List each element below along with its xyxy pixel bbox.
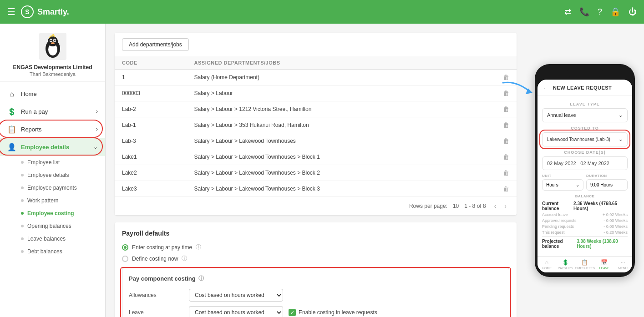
chevron-right-icon-reports: › — [96, 126, 98, 132]
phone-nav-timesheets[interactable]: 📋 TIMESHEETS — [575, 259, 595, 270]
phone-nav-home[interactable]: ⌂ HOME — [538, 259, 556, 270]
sidebar-item-run-a-pay[interactable]: 💲 Run a pay › — [0, 103, 105, 121]
pending-row: Pending requests - 0.00 Weeks — [542, 224, 628, 229]
radio-enter-costing[interactable] — [122, 244, 128, 251]
employee-sub-menu: Employee list Employee details Employee … — [0, 156, 105, 258]
table-row: 1 Salary (Home Department) 🗑 — [115, 70, 517, 86]
rows-per-page-label: Rows per page: — [409, 203, 447, 209]
phone-panel: ← NEW LEAVE REQUEST LEAVE TYPE Annual le… — [526, 24, 644, 317]
enable-costing-checkbox[interactable]: ✓ — [289, 309, 296, 316]
dot-icon-7 — [21, 237, 24, 240]
profile-section: ENGAS Developments Limited Thari Bakmeed… — [0, 24, 105, 82]
arrow-svg — [498, 78, 535, 106]
choose-dates-label: CHOOSE DATE(S) — [542, 150, 628, 155]
sidebar-item-debt-balances[interactable]: Debt balances — [21, 245, 105, 258]
chevron-down-icon: ⌄ — [93, 144, 98, 150]
svg-point-7 — [50, 40, 52, 41]
reports-icon: 📋 — [7, 125, 16, 134]
phone-icon[interactable]: 📞 — [579, 7, 589, 17]
costed-to-label: COSTED TO — [542, 126, 628, 131]
sidebar-item-employee-list[interactable]: Employee list — [21, 156, 105, 169]
date-range-row[interactable]: 02 May 2022 - 02 May 2022 — [542, 156, 628, 170]
sidebar-item-home[interactable]: ⌂ Home — [0, 86, 105, 103]
approved-row: Approved requests - 0.00 Weeks — [542, 218, 628, 223]
phone-payslips-icon: 💲 — [562, 259, 569, 266]
add-departments-button[interactable]: Add departments/jobs — [122, 38, 189, 51]
dept-col-header: ASSIGNED DEPARTMENTS/JOBS — [187, 56, 496, 70]
delete-icon[interactable]: 🗑 — [503, 106, 509, 113]
sidebar-item-employee-details-sub[interactable]: Employee details — [21, 169, 105, 181]
delete-cell: 🗑 — [496, 149, 517, 165]
delete-icon[interactable]: 🗑 — [503, 121, 509, 129]
prev-page-button[interactable]: ‹ — [492, 201, 499, 211]
delete-icon[interactable]: 🗑 — [503, 185, 509, 192]
sidebar-item-employee-details[interactable]: 👤 Employee details ⌄ — [0, 138, 105, 156]
unit-select[interactable]: Hours ⌄ — [542, 179, 583, 191]
next-page-button[interactable]: › — [502, 201, 509, 211]
accrued-row: Accrued leave + 0.92 Weeks — [542, 212, 628, 217]
delete-icon[interactable]: 🗑 — [503, 169, 509, 176]
delete-cell: 🗑 — [496, 181, 517, 197]
lock-icon[interactable]: 🔒 — [610, 7, 620, 17]
dept-cell: Salary > Labour > 353 Hukanui Road, Hami… — [187, 117, 496, 133]
info-icon-1[interactable]: ⓘ — [196, 243, 201, 251]
sidebar-item-employee-costing[interactable]: Employee costing — [21, 207, 105, 220]
allowances-row: Allowances Cost based on hours worked — [129, 289, 502, 302]
phone-screen: ← NEW LEAVE REQUEST LEAVE TYPE Annual le… — [538, 80, 632, 272]
divider — [542, 236, 628, 237]
phone-back-button[interactable]: ← — [543, 84, 549, 91]
phone-nav-leave[interactable]: 📅 LEAVE — [595, 259, 614, 270]
leave-type-select[interactable]: Annual leave ⌄ — [542, 108, 628, 122]
delete-icon[interactable]: 🗑 — [503, 153, 509, 161]
svg-point-9 — [51, 42, 55, 44]
dot-icon-2 — [21, 174, 24, 176]
code-cell: 000003 — [115, 86, 187, 101]
code-cell: 1 — [115, 70, 187, 86]
help-icon[interactable]: ? — [598, 7, 602, 17]
payroll-defaults-title: Payroll defaults — [115, 222, 517, 242]
phone-body: LEAVE TYPE Annual leave ⌄ COSTED TO Lake… — [538, 96, 632, 256]
dept-cell: Salary > Labour > Lakewood Townhouses — [187, 133, 496, 149]
sidebar-item-employee-payments[interactable]: Employee payments — [21, 181, 105, 194]
hamburger-menu[interactable]: ☰ — [7, 6, 15, 17]
costed-to-select[interactable]: Lakewood Townhouses (Lab-3) ⌄ — [542, 132, 628, 146]
table-row: 000003 Salary > Labour 🗑 — [115, 86, 517, 101]
dept-cell: Salary > Labour > 1212 Victoria Street, … — [187, 101, 496, 117]
pay-component-container: Pay component costing ⓘ Allowances Cost … — [115, 268, 517, 317]
company-name: ENGAS Developments Limited — [13, 64, 92, 71]
balance-section: BALANCE Current balance 2.36 Weeks (4768… — [542, 194, 628, 249]
allowances-select[interactable]: Cost based on hours worked — [189, 289, 283, 302]
delete-icon[interactable]: 🗑 — [503, 137, 509, 145]
user-name: Thari Bakmeedeniya — [30, 71, 76, 77]
table-row: Lake2 Salary > Labour > Lakewood Townhou… — [115, 165, 517, 181]
logout-icon[interactable]: ⏻ — [629, 7, 637, 17]
delete-cell: 🗑 — [496, 117, 517, 133]
sidebar-item-opening-balances[interactable]: Opening balances — [21, 220, 105, 232]
table-pagination: Rows per page: 10 1 - 8 of 8 ‹ › — [115, 197, 517, 215]
unit-duration-row: UNIT Hours ⌄ DURATION 9.00 Hours — [542, 174, 628, 191]
info-icon-2[interactable]: ⓘ — [182, 255, 187, 262]
topnav-actions: ⇄ 📞 ? 🔒 ⏻ — [564, 7, 637, 17]
delete-cell: 🗑 — [496, 133, 517, 149]
sidebar-item-reports[interactable]: 📋 Reports › — [0, 121, 105, 138]
radio-define-label: Define costing now — [132, 256, 178, 262]
dept-cell: Salary > Labour > Lakewood Townhouses > … — [187, 181, 496, 197]
radio-define-costing[interactable] — [122, 256, 128, 262]
phone-leave-icon: 📅 — [601, 259, 608, 266]
code-cell: Lake1 — [115, 149, 187, 165]
leave-type-section-label: LEAVE TYPE — [542, 102, 628, 106]
radio-row-define-now: Define costing now ⓘ — [122, 255, 509, 262]
sidebar-item-work-pattern[interactable]: Work pattern — [21, 194, 105, 207]
phone-nav-payslips[interactable]: 💲 PAYSLIPS — [556, 259, 575, 270]
dot-icon-4 — [21, 199, 24, 202]
chevron-down-costed: ⌄ — [619, 136, 623, 142]
payroll-defaults-card: Payroll defaults Enter costing at pay ti… — [115, 222, 517, 317]
transfer-icon[interactable]: ⇄ — [564, 7, 571, 17]
leave-select[interactable]: Cost based on hours worked — [189, 306, 283, 317]
radio-row-pay-time: Enter costing at pay time ⓘ — [122, 243, 509, 251]
avatar — [39, 33, 66, 60]
info-icon-3[interactable]: ⓘ — [198, 275, 204, 282]
sidebar-item-leave-balances[interactable]: Leave balances — [21, 232, 105, 245]
phone-nav-menu[interactable]: ··· MENU — [614, 259, 632, 270]
dot-active-icon — [21, 212, 24, 215]
